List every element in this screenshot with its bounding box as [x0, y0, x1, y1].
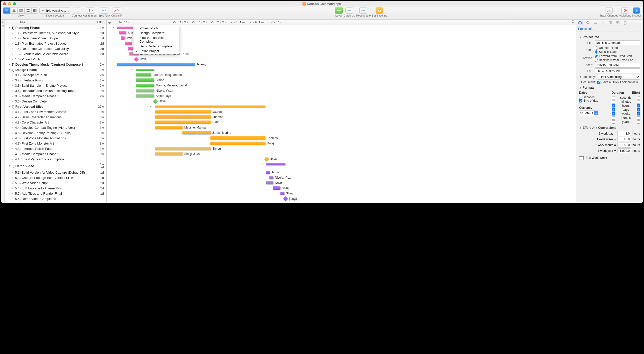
gantt-row[interactable]: Simon [107, 146, 576, 151]
gantt-bar[interactable] [155, 105, 265, 107]
disclosure-triangle-icon[interactable]: ▼ [9, 105, 12, 108]
gantt-bar[interactable] [121, 36, 125, 40]
duration-checkbox[interactable] [612, 100, 615, 103]
menu-item[interactable]: ✓Entire Project [133, 49, 179, 53]
conversion-value[interactable] [617, 131, 631, 136]
minimize-icon[interactable] [8, 2, 11, 5]
timeline[interactable]: ep Sep 13 -Oct 11 - OctOct 18 - OctOct 2… [107, 20, 576, 25]
task-row[interactable]: •4.2)Basic Character Animations3w [5, 114, 106, 120]
task-row[interactable]: •5.6)Demo Video Completes [5, 196, 106, 201]
duration-checkbox[interactable] [612, 108, 615, 111]
conversion-value[interactable] [617, 143, 631, 148]
gantt-row[interactable]: Shinji; Jaya [107, 93, 576, 99]
custom-data-tab[interactable] [615, 21, 620, 25]
duration-checkbox[interactable] [612, 96, 615, 99]
effort-checkbox[interactable] [637, 116, 640, 120]
gantt-row[interactable]: Jaya [107, 157, 576, 162]
task-row[interactable]: ▼3)Design Phase9w [5, 67, 106, 72]
gantt-row[interactable]: Rafiq [107, 120, 576, 125]
gantt-row[interactable]: ▼ [107, 67, 576, 72]
attachments-tab[interactable] [623, 21, 628, 25]
baseline-select[interactable]: ↔ Split: Actual vs… [39, 8, 71, 14]
inspect-button[interactable]: i [633, 8, 640, 14]
edit-work-week-button[interactable]: Edit Work Week [579, 156, 640, 160]
task-row[interactable]: •5.4)Edit Footage to Theme Music2d [5, 186, 106, 191]
dates-radio[interactable]: Undetermined [595, 46, 618, 50]
gantt-row[interactable]: Jamal; Marina [107, 130, 576, 136]
conversion-value[interactable] [617, 148, 631, 153]
gantt-bar[interactable] [136, 69, 154, 71]
gantt-bar[interactable] [210, 136, 265, 140]
gantt-bar[interactable] [136, 89, 154, 92]
gantt-row[interactable]: Thomas [107, 136, 576, 141]
duration-checkbox[interactable] [612, 112, 615, 115]
dates-format-checkbox[interactable]: seconds [579, 95, 608, 99]
resource-view-button[interactable] [10, 8, 17, 14]
granularity-select[interactable]: Exact Scheduling [597, 74, 640, 80]
title-field[interactable] [595, 40, 640, 45]
effort-checkbox[interactable] [637, 104, 640, 107]
task-row[interactable]: •4.4)Develop Combat Engine (Alpha Ver.)3… [5, 125, 106, 130]
task-row[interactable]: •5.2)Capture Footage from Vertical Slice… [5, 175, 106, 180]
gantt-row[interactable]: Jeremy [107, 62, 576, 67]
gantt-row[interactable]: Simon [107, 78, 576, 83]
gantt-row[interactable]: Lauren [107, 109, 576, 114]
duration-checkbox[interactable] [612, 116, 615, 120]
task-row[interactable]: •5.1)Build Version for Video Capture (De… [5, 170, 106, 175]
task-row[interactable]: •3.1)Concept Art Push2w [5, 72, 106, 78]
gantt-bar[interactable] [273, 186, 280, 190]
gantt-row[interactable]: Shinji [107, 191, 576, 196]
task-row[interactable]: •1.6)Project Pitch [5, 57, 106, 62]
search-icon[interactable] [571, 20, 575, 24]
effort-checkbox[interactable] [637, 108, 640, 111]
task-row[interactable]: •3.2)Interface Push1w [5, 78, 106, 83]
direction-radio[interactable]: Forward from Fixed Start [595, 54, 633, 58]
disclosure-triangle-icon[interactable]: ▼ [9, 63, 12, 66]
gantt-bar[interactable] [136, 84, 154, 87]
gantt-row[interactable]: Jamal [107, 170, 576, 175]
gantt-bar[interactable] [125, 42, 132, 45]
gantt-row[interactable]: Rafiq [107, 141, 576, 146]
end-field[interactable] [595, 68, 640, 73]
gantt-bar[interactable] [266, 171, 270, 174]
menu-item[interactable]: Project Pitch [133, 26, 179, 31]
task-row[interactable]: •1.1)Brainstorm Themes, Audience, Art St… [5, 30, 106, 36]
task-row[interactable]: •4.10)First Vertical Slice Complete [5, 157, 106, 162]
task-row[interactable]: •4.5)Develop Enemy Pathing AI (Basic)3w [5, 130, 106, 136]
task-row[interactable]: •4.1)First Zone Environment Assets3w [5, 109, 106, 114]
gantt-bar[interactable] [266, 163, 285, 165]
connect-button[interactable] [73, 8, 81, 14]
gantt-row[interactable]: Nicole; Yisan [107, 88, 576, 93]
critical-path-menu[interactable]: Project PitchDesign CompleteFirst Vertic… [133, 25, 179, 54]
column-title[interactable]: Title [5, 20, 93, 25]
gantt-row[interactable]: Jaya [107, 196, 576, 201]
project-info-tab[interactable] [578, 21, 583, 25]
gantt-bar[interactable] [155, 121, 211, 124]
gantt-bar[interactable] [266, 181, 273, 184]
task-row[interactable]: •1.5)Evaluate and Select Middleware3d [5, 51, 106, 57]
gantt-row[interactable]: Thomas [107, 114, 576, 120]
gantt-row[interactable]: ▼ [107, 162, 576, 167]
gantt-row[interactable]: Lauren; Rafiq; Thomas [107, 72, 576, 78]
duration-checkbox[interactable] [612, 104, 615, 107]
gantt-view-button[interactable] [3, 8, 10, 14]
formats-section[interactable]: ▼Formats [579, 86, 640, 89]
outline-body[interactable]: ▼1)Planning Phase2w•1.1)Brainstorm Theme… [5, 25, 106, 203]
conversion-value[interactable] [617, 137, 631, 142]
task-row[interactable]: ▼4)First Vertical Slice27w [5, 104, 106, 109]
task-row[interactable]: •1.2)Determine Project Scope1d [5, 36, 106, 41]
gantt-bar[interactable] [155, 115, 211, 119]
milestone-diamond[interactable] [283, 196, 288, 201]
project-info-section[interactable]: ▼Project Info [579, 35, 640, 39]
menu-item[interactable]: Demo Video Complete [133, 44, 179, 49]
milestone-diamond[interactable] [134, 57, 139, 62]
task-row[interactable]: •4.8)Interface Polish Pass3w [5, 146, 106, 151]
violations-button[interactable] [621, 8, 629, 14]
gantt-bar[interactable] [119, 31, 126, 34]
network-view-button[interactable] [24, 8, 31, 14]
gantt-body[interactable]: ▼ShinjiJaya; ShinjiJayaJayaMarina; Melan… [107, 25, 576, 203]
currency-field[interactable] [579, 110, 598, 116]
set-baseline-button[interactable] [376, 8, 383, 14]
assignment-button[interactable]: ▾ [86, 8, 94, 14]
task-row[interactable]: •5.3)Write Video Script2d [5, 180, 106, 186]
